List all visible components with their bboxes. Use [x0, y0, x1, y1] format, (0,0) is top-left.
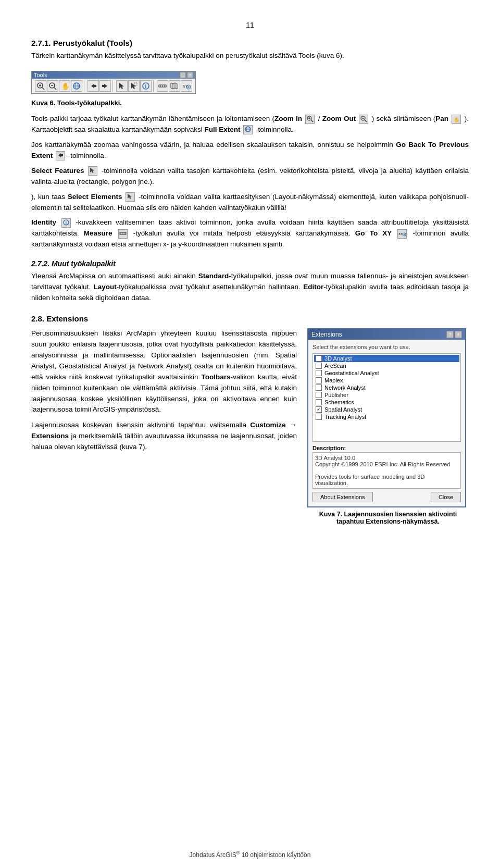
ext-checkbox-arcscan[interactable] [316, 363, 322, 369]
identity-inline-icon: i [61, 218, 71, 228]
ext-desc-line2: Copyright ©1999-2010 ESRI Inc. All Right… [315, 461, 458, 467]
extensions-desc-label: Description: [312, 445, 461, 451]
ext-checkbox-tracking[interactable] [316, 414, 322, 420]
page-number: 11 [31, 21, 469, 29]
section-28-para2: Laajennusosaa koskevan lisenssin aktivoi… [31, 419, 297, 453]
ext-label-network: Network Analyst [324, 385, 366, 391]
toolbar-icon-row: ✋ [35, 80, 192, 92]
ext-item-arcscan[interactable]: ArcScan [314, 362, 459, 369]
section-28-para1: Perusominaisuuksien lisäksi ArcMapin yht… [31, 328, 297, 415]
full-extent-icon[interactable] [71, 80, 82, 92]
ext-help-btn[interactable]: ? [446, 331, 454, 338]
zoom-in-icon[interactable] [35, 80, 46, 92]
extensions-titlebar: Extensions ? × [308, 329, 465, 340]
toolbar-close-btn[interactable]: × [187, 72, 193, 78]
svg-rect-11 [94, 85, 96, 87]
ext-checkbox-maplex[interactable] [316, 377, 322, 383]
section-272-heading: 2.7.2. Muut työkalupalkit [31, 259, 469, 268]
ext-checkbox-schematics[interactable] [316, 399, 322, 405]
svg-line-32 [365, 120, 367, 122]
ext-checkbox-network[interactable] [316, 385, 322, 391]
ext-label-tracking: Tracking Analyst [324, 414, 366, 420]
ext-label-spatial: Spatial Analyst [324, 406, 362, 413]
ext-checkbox-spatial[interactable]: ✓ [316, 406, 322, 413]
pan-icon[interactable]: ✋ [59, 80, 70, 92]
goto-xy-icon[interactable]: XY [181, 80, 192, 92]
toolbar-caption-bold: Kuva 6. Tools-työkalupalkki. [31, 99, 122, 107]
footer-text: Johdatus ArcGIS® 10 ohjelmistoon käyttöö… [190, 851, 311, 859]
page: 11 2.7.1. Perustyökalut (Tools) Tärkein … [0, 0, 500, 868]
extensions-description: 3D Analyst 10.0 Copyright ©1999-2010 ESR… [312, 452, 461, 489]
section-271-para3: Select Features -toiminnolla voidaan val… [31, 166, 469, 188]
ext-checkbox-geostatistical[interactable] [316, 370, 322, 376]
ext-item-publisher[interactable]: Publisher [314, 391, 459, 399]
close-extensions-button[interactable]: Close [431, 492, 461, 502]
select-features-inline-icon [88, 166, 97, 176]
ext-desc-line3: Provides tools for surface modeling and … [315, 474, 458, 486]
identity-icon[interactable]: i [140, 80, 152, 92]
section-271-heading: 2.7.1. Perustyökalut (Tools) [31, 39, 469, 47]
svg-line-28 [311, 120, 313, 122]
section-271: 2.7.1. Perustyökalut (Tools) Tärkein kar… [31, 39, 469, 250]
extensions-buttons: About Extensions Close [312, 492, 461, 502]
zoom-in-inline-icon [305, 115, 315, 124]
svg-line-1 [42, 88, 44, 90]
section-28-heading: 2.8. Extensions [31, 314, 469, 323]
svg-marker-20 [171, 83, 177, 89]
ext-label-3danalyst: 3D Analyst [324, 355, 352, 362]
measure-icon[interactable] [157, 80, 168, 92]
svg-rect-13 [134, 83, 137, 85]
section-28: 2.8. Extensions Perusominaisuuksien lisä… [31, 314, 469, 525]
zoom-out-inline-icon [359, 115, 368, 124]
extensions-body: Select the extensions you want to use. ✓… [308, 340, 465, 506]
extensions-title: Extensions [311, 331, 342, 338]
extensions-window-controls: ? × [446, 331, 462, 338]
section-271-para2: Jos karttanäkymää zoomaa vahingossa väär… [31, 140, 469, 162]
toolbar-titlebar: Tools _ × [32, 71, 195, 79]
section-28-text: Perusominaisuuksien lisäksi ArcMapin yht… [31, 328, 297, 525]
svg-text:i: i [65, 220, 67, 226]
ext-item-3danalyst[interactable]: ✓ 3D Analyst [314, 355, 459, 362]
svg-text:✋: ✋ [61, 82, 69, 90]
tools-toolbar: Tools _ × ✋ [31, 71, 196, 94]
svg-rect-37 [61, 154, 63, 156]
goto-xy-inline-icon: XY [397, 229, 407, 239]
section-271-para1: Tools-palkki tarjoaa työkalut karttanäky… [31, 114, 469, 135]
about-extensions-button[interactable]: About Extensions [312, 492, 373, 502]
toolbar-sep-2 [113, 80, 115, 92]
ext-item-schematics[interactable]: Schematics [314, 399, 459, 406]
ext-label-maplex: Maplex [324, 377, 343, 383]
select-pointer-icon[interactable] [116, 80, 128, 92]
extensions-dialog: Extensions ? × Select the extensions you… [307, 328, 466, 507]
map-icon[interactable] [169, 80, 180, 92]
ext-desc-line1: 3D Analyst 10.0 [315, 455, 458, 461]
ext-checkbox-publisher[interactable] [316, 392, 322, 398]
svg-rect-12 [102, 85, 104, 87]
ext-item-network[interactable]: Network Analyst [314, 384, 459, 391]
go-back-icon[interactable] [88, 80, 99, 92]
toolbar-controls: _ × [180, 72, 193, 78]
extensions-list[interactable]: ✓ 3D Analyst ArcScan Geostatistical Anal… [312, 353, 461, 442]
ext-item-maplex[interactable]: Maplex [314, 377, 459, 384]
ext-checkbox-3danalyst[interactable]: ✓ [316, 355, 322, 362]
ext-close-btn[interactable]: × [455, 331, 462, 338]
go-forward-icon[interactable] [99, 80, 111, 92]
ext-label-arcscan: ArcScan [324, 363, 346, 369]
page-footer: Johdatus ArcGIS® 10 ohjelmistoon käyttöö… [0, 850, 500, 859]
ext-item-tracking[interactable]: Tracking Analyst [314, 413, 459, 420]
svg-text:i: i [145, 83, 147, 89]
toolbar-minimize-btn[interactable]: _ [180, 72, 186, 78]
extensions-instruction: Select the extensions you want to use. [312, 344, 461, 350]
svg-text:XY: XY [398, 232, 403, 235]
section-271-para4: ), kun taas Select Elements -toiminnolla… [31, 192, 469, 214]
two-column-layout: Perusominaisuuksien lisäksi ArcMapin yht… [31, 328, 469, 525]
ext-item-geostatistical[interactable]: Geostatistical Analyst [314, 369, 459, 377]
fig-7-caption-bold: Kuva 7. Laajennusosien lisenssien aktivo… [319, 511, 457, 525]
go-back-inline-icon [56, 151, 65, 160]
toolbar-caption: Kuva 6. Tools-työkalupalkki. [31, 98, 469, 108]
ext-item-spatial[interactable]: ✓ Spatial Analyst [314, 406, 459, 413]
select-features-icon[interactable] [128, 80, 140, 92]
section-271-intro: Tärkein karttanäkymän käsittelyssä tarvi… [31, 51, 469, 61]
svg-line-5 [54, 88, 56, 90]
zoom-out-icon[interactable] [47, 80, 58, 92]
